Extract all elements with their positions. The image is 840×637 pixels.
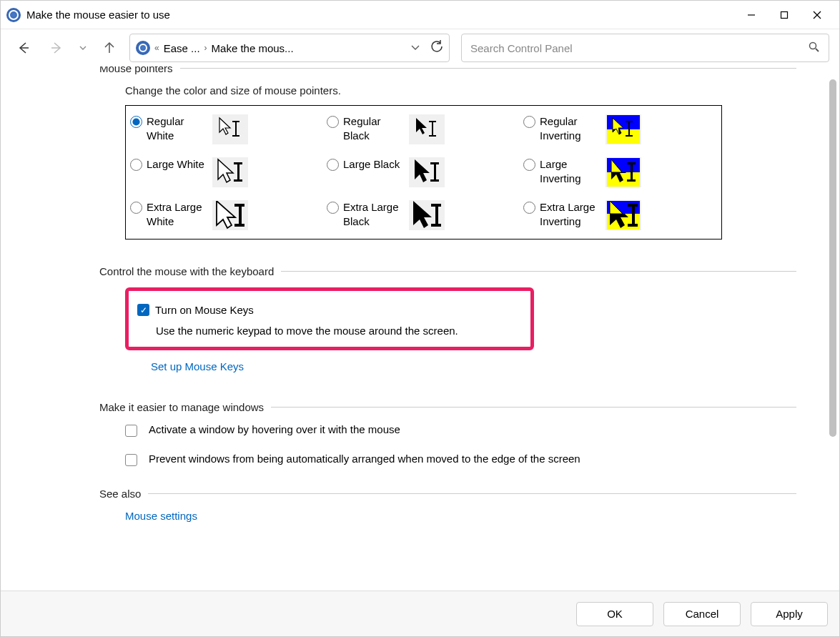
recent-dropdown[interactable] [76,35,89,61]
svg-rect-41 [628,224,638,227]
breadcrumb-overflow-icon[interactable]: « [154,43,159,53]
section-title-label: Mouse pointers [99,66,173,74]
section-title-label: See also [99,488,141,500]
svg-rect-17 [628,121,630,137]
checkbox-icon[interactable] [125,454,137,466]
radio-regular-inverting[interactable] [523,116,535,128]
svg-rect-22 [234,179,242,182]
window-title: Make the mouse easier to use [26,9,735,21]
pointer-option-xlarge-inverting[interactable]: Extra Large Inverting [523,200,717,230]
radio-xlarge-inverting[interactable] [523,202,535,214]
svg-rect-13 [429,121,436,122]
pointer-option-xlarge-white[interactable]: Extra Large White [130,200,324,230]
checkbox-label: Activate a window by hovering over it wi… [149,423,400,435]
ok-button[interactable]: OK [576,602,653,626]
dialog-footer: OK Cancel Apply [1,591,839,636]
pointer-option-large-white[interactable]: Large White [130,157,324,187]
svg-rect-20 [237,162,239,181]
search-input[interactable] [470,42,809,54]
breadcrumb-current[interactable]: Make the mous... [212,42,294,54]
radio-large-black[interactable] [327,159,339,171]
pointer-option-regular-white[interactable]: Regular White [130,114,324,144]
svg-rect-24 [430,162,439,164]
section-manage-windows: Make it easier to manage windows [99,401,796,413]
minimize-button[interactable] [735,4,768,26]
control-panel-icon [136,41,150,55]
svg-rect-18 [626,121,633,122]
svg-rect-34 [435,204,438,225]
svg-rect-19 [626,135,633,137]
radio-xlarge-white[interactable] [130,202,142,214]
breadcrumb-parent[interactable]: Ease ... [164,42,200,54]
radio-regular-black[interactable] [327,116,339,128]
section-title-label: Control the mouse with the keyboard [99,265,274,277]
pointer-option-regular-black[interactable]: Regular Black [327,114,520,144]
preview-xlarge-white [212,200,248,230]
setup-mouse-keys-link[interactable]: Set up Mouse Keys [151,360,244,372]
svg-line-8 [816,49,819,51]
search-icon[interactable] [809,41,820,55]
checkbox-activate-hover[interactable]: Activate a window by hovering over it wi… [125,423,796,437]
maximize-button[interactable] [768,4,801,26]
svg-rect-12 [432,121,433,137]
svg-rect-28 [631,162,633,181]
svg-rect-25 [430,179,439,182]
close-button[interactable] [801,4,834,26]
apply-button[interactable]: Apply [751,602,828,626]
mouse-keys-description: Use the numeric keypad to move the mouse… [156,325,523,337]
address-bar[interactable]: « Ease ... › Make the mous... [129,34,450,62]
forward-button[interactable] [44,35,69,61]
svg-rect-1 [781,11,788,18]
svg-rect-11 [232,135,239,137]
preview-large-white [212,157,248,187]
radio-large-inverting[interactable] [523,159,535,171]
section-mouse-pointers: Mouse pointers [99,66,796,74]
pointer-grid: Regular White Regular Black Regular Inve… [125,105,722,240]
svg-rect-10 [232,121,239,122]
svg-rect-21 [234,162,242,164]
svg-rect-30 [627,179,636,182]
radio-regular-white[interactable] [130,116,142,128]
mouse-settings-link[interactable]: Mouse settings [125,510,197,522]
svg-rect-29 [627,162,636,164]
address-dropdown-icon[interactable] [410,42,420,54]
section-description: Change the color and size of mouse point… [125,84,796,97]
section-control-keyboard: Control the mouse with the keyboard [99,265,796,277]
svg-rect-9 [235,121,237,137]
preview-large-inverting [606,157,641,187]
refresh-button[interactable] [430,40,443,56]
pointer-option-large-black[interactable]: Large Black [327,157,520,187]
svg-rect-36 [431,224,441,227]
section-see-also: See also [99,488,796,500]
mouse-keys-label: Turn on Mouse Keys [155,304,254,316]
svg-rect-39 [632,204,635,225]
svg-rect-23 [434,162,436,181]
checkbox-prevent-arrange[interactable]: Prevent windows from being automatically… [125,453,796,466]
checkbox-turn-on-mouse-keys[interactable]: ✓ [137,304,149,316]
pointer-option-large-inverting[interactable]: Large Inverting [523,157,717,187]
cancel-button[interactable]: Cancel [663,602,741,626]
preview-xlarge-black [409,200,445,230]
search-box[interactable] [461,34,829,62]
svg-rect-16 [607,129,640,144]
app-icon [6,8,21,22]
preview-xlarge-inverting [606,200,641,230]
svg-point-7 [810,42,816,49]
checkbox-icon[interactable] [125,425,137,437]
radio-large-white[interactable] [130,159,142,171]
svg-rect-15 [607,115,640,129]
up-button[interactable] [97,35,122,61]
pointer-option-xlarge-black[interactable]: Extra Large Black [327,200,520,230]
back-button[interactable] [11,35,36,61]
radio-xlarge-black[interactable] [327,202,339,214]
pointer-option-regular-inverting[interactable]: Regular Inverting [523,114,717,144]
svg-rect-40 [628,204,638,207]
svg-rect-33 [234,224,244,227]
navigation-bar: « Ease ... › Make the mous... [1,29,839,66]
checkbox-label: Prevent windows from being automatically… [149,453,580,465]
preview-large-black [409,157,445,187]
svg-rect-32 [234,204,244,207]
svg-rect-31 [239,204,242,225]
svg-rect-35 [431,204,441,207]
svg-rect-14 [429,135,436,137]
